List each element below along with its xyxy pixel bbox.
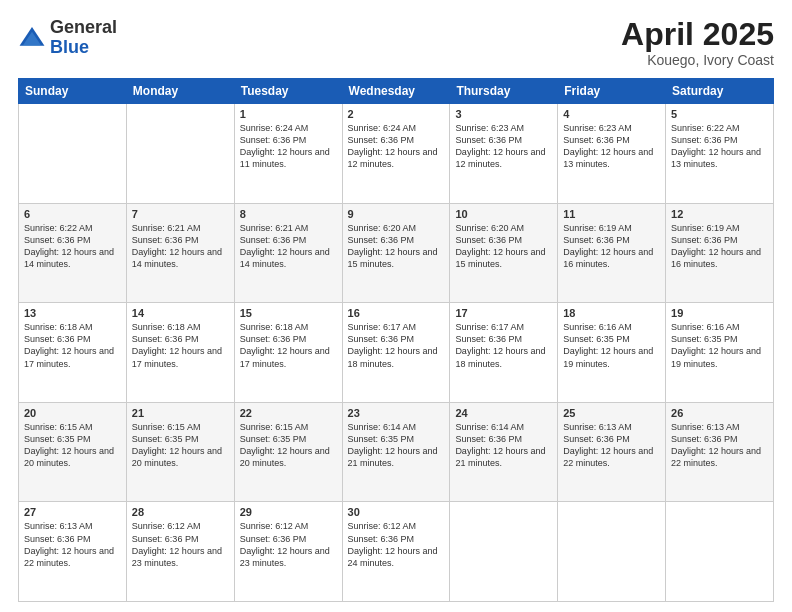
day-number: 25 <box>563 407 660 419</box>
day-number: 30 <box>348 506 445 518</box>
calendar-cell: 26Sunrise: 6:13 AMSunset: 6:36 PMDayligh… <box>666 402 774 502</box>
logo-general: General <box>50 18 117 38</box>
day-number: 29 <box>240 506 337 518</box>
calendar-cell: 15Sunrise: 6:18 AMSunset: 6:36 PMDayligh… <box>234 303 342 403</box>
day-number: 9 <box>348 208 445 220</box>
day-info: Sunrise: 6:13 AMSunset: 6:36 PMDaylight:… <box>563 421 660 470</box>
day-number: 6 <box>24 208 121 220</box>
day-info: Sunrise: 6:24 AMSunset: 6:36 PMDaylight:… <box>348 122 445 171</box>
calendar-cell: 30Sunrise: 6:12 AMSunset: 6:36 PMDayligh… <box>342 502 450 602</box>
logo-blue: Blue <box>50 38 117 58</box>
day-number: 11 <box>563 208 660 220</box>
calendar-header-row: SundayMondayTuesdayWednesdayThursdayFrid… <box>19 79 774 104</box>
calendar-cell: 22Sunrise: 6:15 AMSunset: 6:35 PMDayligh… <box>234 402 342 502</box>
calendar-cell: 7Sunrise: 6:21 AMSunset: 6:36 PMDaylight… <box>126 203 234 303</box>
day-number: 16 <box>348 307 445 319</box>
day-number: 20 <box>24 407 121 419</box>
header: General Blue April 2025 Kouego, Ivory Co… <box>18 18 774 68</box>
calendar-cell: 1Sunrise: 6:24 AMSunset: 6:36 PMDaylight… <box>234 104 342 204</box>
day-number: 5 <box>671 108 768 120</box>
day-info: Sunrise: 6:20 AMSunset: 6:36 PMDaylight:… <box>348 222 445 271</box>
calendar-header-wednesday: Wednesday <box>342 79 450 104</box>
day-info: Sunrise: 6:15 AMSunset: 6:35 PMDaylight:… <box>24 421 121 470</box>
day-number: 23 <box>348 407 445 419</box>
day-info: Sunrise: 6:18 AMSunset: 6:36 PMDaylight:… <box>240 321 337 370</box>
calendar-cell: 20Sunrise: 6:15 AMSunset: 6:35 PMDayligh… <box>19 402 127 502</box>
day-info: Sunrise: 6:13 AMSunset: 6:36 PMDaylight:… <box>671 421 768 470</box>
calendar-week-2: 13Sunrise: 6:18 AMSunset: 6:36 PMDayligh… <box>19 303 774 403</box>
day-number: 26 <box>671 407 768 419</box>
calendar-cell: 4Sunrise: 6:23 AMSunset: 6:36 PMDaylight… <box>558 104 666 204</box>
day-info: Sunrise: 6:18 AMSunset: 6:36 PMDaylight:… <box>132 321 229 370</box>
day-number: 24 <box>455 407 552 419</box>
day-number: 7 <box>132 208 229 220</box>
day-info: Sunrise: 6:17 AMSunset: 6:36 PMDaylight:… <box>348 321 445 370</box>
calendar-cell: 27Sunrise: 6:13 AMSunset: 6:36 PMDayligh… <box>19 502 127 602</box>
day-info: Sunrise: 6:12 AMSunset: 6:36 PMDaylight:… <box>240 520 337 569</box>
calendar-cell: 6Sunrise: 6:22 AMSunset: 6:36 PMDaylight… <box>19 203 127 303</box>
calendar-week-3: 20Sunrise: 6:15 AMSunset: 6:35 PMDayligh… <box>19 402 774 502</box>
day-number: 12 <box>671 208 768 220</box>
calendar-cell: 9Sunrise: 6:20 AMSunset: 6:36 PMDaylight… <box>342 203 450 303</box>
calendar-header-thursday: Thursday <box>450 79 558 104</box>
day-info: Sunrise: 6:18 AMSunset: 6:36 PMDaylight:… <box>24 321 121 370</box>
day-info: Sunrise: 6:15 AMSunset: 6:35 PMDaylight:… <box>240 421 337 470</box>
calendar-cell: 23Sunrise: 6:14 AMSunset: 6:35 PMDayligh… <box>342 402 450 502</box>
calendar-cell: 29Sunrise: 6:12 AMSunset: 6:36 PMDayligh… <box>234 502 342 602</box>
calendar-cell: 28Sunrise: 6:12 AMSunset: 6:36 PMDayligh… <box>126 502 234 602</box>
calendar-table: SundayMondayTuesdayWednesdayThursdayFrid… <box>18 78 774 602</box>
day-number: 22 <box>240 407 337 419</box>
day-info: Sunrise: 6:22 AMSunset: 6:36 PMDaylight:… <box>671 122 768 171</box>
day-number: 15 <box>240 307 337 319</box>
day-number: 3 <box>455 108 552 120</box>
day-info: Sunrise: 6:14 AMSunset: 6:35 PMDaylight:… <box>348 421 445 470</box>
day-info: Sunrise: 6:12 AMSunset: 6:36 PMDaylight:… <box>132 520 229 569</box>
calendar-header-monday: Monday <box>126 79 234 104</box>
calendar-cell: 2Sunrise: 6:24 AMSunset: 6:36 PMDaylight… <box>342 104 450 204</box>
day-number: 19 <box>671 307 768 319</box>
calendar-week-0: 1Sunrise: 6:24 AMSunset: 6:36 PMDaylight… <box>19 104 774 204</box>
logo-text: General Blue <box>50 18 117 58</box>
day-number: 17 <box>455 307 552 319</box>
day-info: Sunrise: 6:16 AMSunset: 6:35 PMDaylight:… <box>563 321 660 370</box>
calendar-cell: 17Sunrise: 6:17 AMSunset: 6:36 PMDayligh… <box>450 303 558 403</box>
day-number: 21 <box>132 407 229 419</box>
calendar-cell: 8Sunrise: 6:21 AMSunset: 6:36 PMDaylight… <box>234 203 342 303</box>
calendar-cell <box>450 502 558 602</box>
day-number: 14 <box>132 307 229 319</box>
calendar-cell: 14Sunrise: 6:18 AMSunset: 6:36 PMDayligh… <box>126 303 234 403</box>
day-number: 4 <box>563 108 660 120</box>
day-number: 1 <box>240 108 337 120</box>
month-title: April 2025 <box>621 18 774 50</box>
day-info: Sunrise: 6:24 AMSunset: 6:36 PMDaylight:… <box>240 122 337 171</box>
calendar-cell: 19Sunrise: 6:16 AMSunset: 6:35 PMDayligh… <box>666 303 774 403</box>
day-info: Sunrise: 6:23 AMSunset: 6:36 PMDaylight:… <box>455 122 552 171</box>
day-number: 13 <box>24 307 121 319</box>
calendar-cell <box>126 104 234 204</box>
calendar-cell: 10Sunrise: 6:20 AMSunset: 6:36 PMDayligh… <box>450 203 558 303</box>
day-info: Sunrise: 6:23 AMSunset: 6:36 PMDaylight:… <box>563 122 660 171</box>
calendar-header-tuesday: Tuesday <box>234 79 342 104</box>
day-info: Sunrise: 6:22 AMSunset: 6:36 PMDaylight:… <box>24 222 121 271</box>
day-info: Sunrise: 6:17 AMSunset: 6:36 PMDaylight:… <box>455 321 552 370</box>
calendar-cell: 16Sunrise: 6:17 AMSunset: 6:36 PMDayligh… <box>342 303 450 403</box>
day-info: Sunrise: 6:13 AMSunset: 6:36 PMDaylight:… <box>24 520 121 569</box>
calendar-cell <box>558 502 666 602</box>
calendar-cell <box>19 104 127 204</box>
page: General Blue April 2025 Kouego, Ivory Co… <box>0 0 792 612</box>
calendar-week-4: 27Sunrise: 6:13 AMSunset: 6:36 PMDayligh… <box>19 502 774 602</box>
logo: General Blue <box>18 18 117 58</box>
logo-icon <box>18 24 46 52</box>
day-info: Sunrise: 6:12 AMSunset: 6:36 PMDaylight:… <box>348 520 445 569</box>
day-number: 8 <box>240 208 337 220</box>
day-number: 2 <box>348 108 445 120</box>
calendar-week-1: 6Sunrise: 6:22 AMSunset: 6:36 PMDaylight… <box>19 203 774 303</box>
day-number: 27 <box>24 506 121 518</box>
day-info: Sunrise: 6:16 AMSunset: 6:35 PMDaylight:… <box>671 321 768 370</box>
day-info: Sunrise: 6:15 AMSunset: 6:35 PMDaylight:… <box>132 421 229 470</box>
calendar-header-sunday: Sunday <box>19 79 127 104</box>
day-info: Sunrise: 6:14 AMSunset: 6:36 PMDaylight:… <box>455 421 552 470</box>
day-info: Sunrise: 6:21 AMSunset: 6:36 PMDaylight:… <box>132 222 229 271</box>
day-info: Sunrise: 6:20 AMSunset: 6:36 PMDaylight:… <box>455 222 552 271</box>
title-section: April 2025 Kouego, Ivory Coast <box>621 18 774 68</box>
